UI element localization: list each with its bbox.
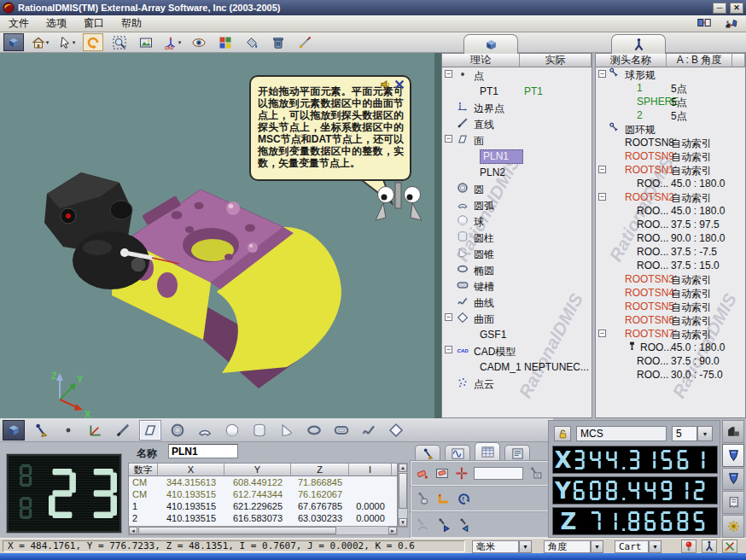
probe-tree-row[interactable]: ROOTSN8自动索引 bbox=[596, 136, 745, 149]
feature-tree-row[interactable]: −面 bbox=[442, 132, 592, 149]
table-column-header[interactable]: Z bbox=[291, 464, 349, 476]
cad-axis-button[interactable]: CAD▾ bbox=[162, 33, 183, 51]
palette-button[interactable] bbox=[215, 33, 236, 51]
probe-tree-row[interactable]: −ROOTSN7自动索引 bbox=[596, 327, 745, 341]
probe-tree-row[interactable]: 15点 bbox=[596, 81, 745, 95]
grid-button[interactable] bbox=[475, 442, 500, 461]
report-button[interactable] bbox=[504, 445, 530, 461]
plane-button[interactable] bbox=[139, 420, 161, 440]
lock-button[interactable] bbox=[554, 426, 571, 441]
feature-tree-row[interactable]: GSF1 bbox=[442, 327, 592, 343]
probe-tree-row[interactable]: −球形规 bbox=[596, 67, 745, 81]
probe-pick-button[interactable] bbox=[294, 33, 315, 51]
circle-button[interactable] bbox=[166, 420, 189, 440]
table-column-header[interactable]: J bbox=[392, 464, 398, 476]
expander-icon[interactable]: − bbox=[598, 330, 606, 337]
column-header-theory[interactable]: 理论 bbox=[442, 54, 520, 67]
probe-tree-row[interactable]: ROO...45.0 : 180.0 bbox=[596, 177, 745, 190]
surface-button[interactable] bbox=[385, 420, 407, 440]
table-row[interactable]: 1410.193515621.22962567.6767850.0000-0 bbox=[129, 500, 397, 512]
eye-button[interactable] bbox=[189, 33, 209, 51]
feature-tree-row[interactable]: PLN2 bbox=[442, 165, 592, 181]
table-row[interactable]: 2410.193515616.58307363.0302330.0000-0 bbox=[129, 512, 397, 524]
feature-tree-row[interactable]: PT1PT1 bbox=[442, 84, 592, 100]
wave-button[interactable] bbox=[445, 445, 470, 461]
unit-dropdown[interactable]: 毫米 bbox=[472, 540, 519, 553]
cone-button[interactable] bbox=[276, 420, 298, 440]
probe-tree-row[interactable]: SPHERE5点 bbox=[596, 95, 745, 108]
probe-tree-row[interactable]: ROOTSN5自动索引 bbox=[596, 300, 745, 313]
cross-move-button[interactable] bbox=[455, 466, 469, 481]
probe-tree-row[interactable]: ROO...45.0 : 180.0 bbox=[596, 341, 745, 354]
expander-icon[interactable]: − bbox=[445, 70, 452, 78]
trash-button[interactable] bbox=[268, 33, 288, 51]
tab-feature-data[interactable] bbox=[463, 34, 518, 54]
column-header-ab-angle[interactable]: A : B 角度 bbox=[667, 54, 732, 67]
probe-ball-button[interactable] bbox=[681, 540, 696, 553]
render-button[interactable] bbox=[242, 33, 262, 51]
axis-value-input[interactable] bbox=[474, 467, 523, 480]
eraser-button[interactable] bbox=[416, 466, 429, 481]
column-header-probe-name[interactable]: 测头名称 bbox=[596, 54, 667, 67]
name-input[interactable] bbox=[168, 444, 238, 458]
coordsys-dropdown-button[interactable]: ▼ bbox=[649, 540, 661, 553]
feature-tree-row[interactable]: −CADCAD模型 bbox=[442, 343, 592, 359]
feature-tree-row[interactable]: CADM_1NEPTUNEC... bbox=[442, 359, 592, 376]
expander-icon[interactable]: − bbox=[445, 135, 452, 143]
machine-button[interactable] bbox=[722, 420, 744, 443]
expander-icon[interactable]: − bbox=[598, 166, 606, 173]
point-count-dropdown-button[interactable]: ▼ bbox=[697, 426, 713, 441]
probe-tree-row[interactable]: ROOTSN9自动索引 bbox=[596, 149, 745, 163]
unit-dropdown-button[interactable]: ▼ bbox=[519, 540, 532, 553]
feature-tree-row[interactable]: −点 bbox=[442, 67, 592, 84]
arc-button[interactable] bbox=[194, 420, 216, 440]
probe-list-button[interactable] bbox=[529, 466, 543, 481]
corner-button[interactable] bbox=[436, 492, 451, 506]
table-vertical-scrollbar[interactable]: ▲ ▼ bbox=[398, 463, 408, 528]
curve-button[interactable] bbox=[358, 420, 380, 440]
slot-button[interactable] bbox=[330, 420, 353, 440]
menu-item-1[interactable]: 选项 bbox=[38, 14, 75, 33]
probe-tree-row[interactable]: ROO...90.0 : 180.0 bbox=[596, 231, 745, 245]
ellipse-button[interactable] bbox=[303, 420, 325, 440]
feature-tree-row[interactable]: 球 bbox=[442, 213, 592, 230]
dropdown-arrow-icon[interactable]: ▾ bbox=[46, 39, 50, 46]
point-button[interactable] bbox=[57, 420, 79, 440]
probe-shield-button[interactable] bbox=[722, 444, 744, 467]
column-header-blank[interactable] bbox=[732, 54, 745, 67]
probe-tree-row[interactable]: −ROOTSN2自动索引 bbox=[596, 190, 745, 204]
cylinder-button[interactable] bbox=[248, 420, 271, 440]
view-cube-2-button[interactable] bbox=[3, 420, 25, 440]
close-button[interactable]: ✕ bbox=[730, 3, 743, 14]
view-cube-button[interactable] bbox=[3, 33, 24, 51]
line-button[interactable] bbox=[112, 420, 134, 440]
cad-part-model[interactable] bbox=[111, 190, 341, 388]
report-scroll-button[interactable] bbox=[722, 491, 744, 514]
settings-gear-button[interactable] bbox=[722, 515, 744, 538]
expander-icon[interactable]: − bbox=[598, 70, 606, 78]
sphere-button[interactable] bbox=[221, 420, 243, 440]
probe-pen-button[interactable] bbox=[415, 445, 440, 461]
close-icon[interactable] bbox=[393, 79, 405, 90]
probe-tree-row[interactable]: ROOTSN6自动索引 bbox=[596, 313, 745, 327]
probe-dot-button[interactable] bbox=[416, 492, 430, 506]
speaker-icon[interactable] bbox=[380, 79, 392, 90]
angle-dropdown-button[interactable]: ▼ bbox=[591, 540, 603, 553]
probe-tree-row[interactable]: ROO...37.5 : 15.0 bbox=[596, 259, 745, 272]
table-column-header[interactable]: X bbox=[158, 464, 224, 476]
table-column-header[interactable]: 数字 bbox=[129, 464, 158, 476]
probe-tree-row[interactable]: ROO...30.0 : -75.0 bbox=[596, 368, 745, 382]
probe-tree-row[interactable]: 圆环规 bbox=[596, 122, 745, 136]
window-link-button[interactable] bbox=[696, 16, 712, 30]
feature-tree-row[interactable]: 圆弧 bbox=[442, 197, 592, 213]
feature-tree-row[interactable]: 边界点 bbox=[442, 100, 592, 116]
probe-tree-row[interactable]: −ROOTSN1自动索引 bbox=[596, 163, 745, 177]
probe-tree-row[interactable]: ROOTSN4自动索引 bbox=[596, 286, 745, 300]
table-row[interactable]: CM410.193515612.74434476.162067 bbox=[129, 488, 397, 500]
image-button[interactable] bbox=[136, 33, 156, 51]
home-button[interactable]: ▾ bbox=[30, 33, 50, 51]
feature-tree-row[interactable]: −曲面 bbox=[442, 311, 592, 327]
menu-item-3[interactable]: 帮助 bbox=[113, 14, 150, 33]
probe-tree-row[interactable]: 25点 bbox=[596, 108, 745, 122]
probe-tree-row[interactable]: ROO...37.5 : 97.5 bbox=[596, 218, 745, 231]
